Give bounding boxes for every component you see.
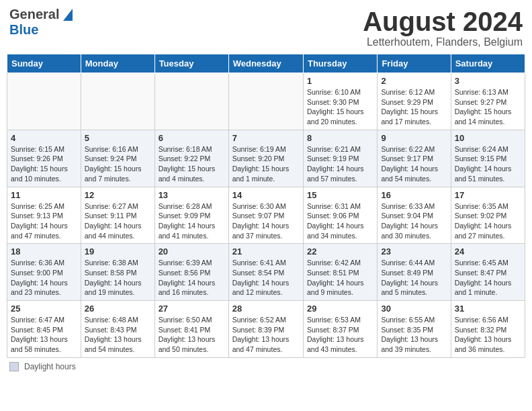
calendar-cell: 4Sunrise: 6:15 AM Sunset: 9:26 PM Daylig… — [7, 130, 81, 187]
calendar-cell: 10Sunrise: 6:24 AM Sunset: 9:15 PM Dayli… — [451, 130, 525, 187]
day-number: 12 — [85, 190, 151, 200]
calendar-cell: 21Sunrise: 6:41 AM Sunset: 8:54 PM Dayli… — [228, 244, 303, 301]
day-number: 8 — [307, 133, 373, 143]
day-number: 7 — [232, 133, 300, 143]
day-number: 30 — [381, 304, 447, 314]
calendar-cell: 27Sunrise: 6:50 AM Sunset: 8:41 PM Dayli… — [154, 301, 228, 358]
calendar-cell: 26Sunrise: 6:48 AM Sunset: 8:43 PM Dayli… — [81, 301, 154, 358]
calendar-cell: 6Sunrise: 6:18 AM Sunset: 9:22 PM Daylig… — [154, 130, 228, 187]
calendar-cell: 29Sunrise: 6:53 AM Sunset: 8:37 PM Dayli… — [303, 301, 377, 358]
calendar-cell: 8Sunrise: 6:21 AM Sunset: 9:19 PM Daylig… — [303, 130, 377, 187]
calendar-cell: 25Sunrise: 6:47 AM Sunset: 8:45 PM Dayli… — [7, 301, 81, 358]
calendar-title: August 2024 — [363, 7, 523, 36]
day-info: Sunrise: 6:21 AM Sunset: 9:19 PM Dayligh… — [307, 144, 373, 184]
day-number: 18 — [11, 246, 77, 257]
title-block: August 2024 Letterhoutem, Flanders, Belg… — [363, 7, 523, 48]
day-info: Sunrise: 6:48 AM Sunset: 8:43 PM Dayligh… — [85, 315, 151, 355]
day-number: 22 — [307, 246, 373, 257]
footer: Daylight hours — [7, 362, 525, 371]
day-info: Sunrise: 6:10 AM Sunset: 9:30 PM Dayligh… — [307, 87, 373, 127]
calendar-week-row: 11Sunrise: 6:25 AM Sunset: 9:13 PM Dayli… — [7, 187, 525, 244]
weekday-header-row: SundayMondayTuesdayWednesdayThursdayFrid… — [7, 54, 525, 73]
day-info: Sunrise: 6:19 AM Sunset: 9:20 PM Dayligh… — [232, 144, 300, 184]
day-info: Sunrise: 6:12 AM Sunset: 9:29 PM Dayligh… — [381, 87, 447, 127]
logo: General Blue — [9, 7, 73, 38]
calendar-cell: 15Sunrise: 6:31 AM Sunset: 9:06 PM Dayli… — [303, 187, 377, 244]
day-info: Sunrise: 6:24 AM Sunset: 9:15 PM Dayligh… — [455, 144, 521, 184]
day-info: Sunrise: 6:41 AM Sunset: 8:54 PM Dayligh… — [232, 258, 300, 298]
day-number: 3 — [455, 76, 521, 86]
calendar-cell: 22Sunrise: 6:42 AM Sunset: 8:51 PM Dayli… — [303, 244, 377, 301]
day-info: Sunrise: 6:15 AM Sunset: 9:26 PM Dayligh… — [11, 144, 77, 184]
day-number: 24 — [455, 246, 521, 257]
day-number: 6 — [159, 133, 225, 143]
day-number: 26 — [85, 304, 151, 314]
calendar-cell — [81, 73, 154, 130]
calendar-cell: 13Sunrise: 6:28 AM Sunset: 9:09 PM Dayli… — [154, 187, 228, 244]
calendar-cell: 16Sunrise: 6:33 AM Sunset: 9:04 PM Dayli… — [378, 187, 451, 244]
day-info: Sunrise: 6:18 AM Sunset: 9:22 PM Dayligh… — [159, 144, 225, 184]
weekday-header-tuesday: Tuesday — [154, 54, 228, 73]
calendar-week-row: 25Sunrise: 6:47 AM Sunset: 8:45 PM Dayli… — [7, 301, 525, 358]
calendar-cell: 20Sunrise: 6:39 AM Sunset: 8:56 PM Dayli… — [154, 244, 228, 301]
day-number: 2 — [381, 76, 447, 86]
calendar-cell: 11Sunrise: 6:25 AM Sunset: 9:13 PM Dayli… — [7, 187, 81, 244]
svg-marker-0 — [63, 9, 73, 21]
calendar-cell: 17Sunrise: 6:35 AM Sunset: 9:02 PM Dayli… — [451, 187, 525, 244]
day-info: Sunrise: 6:56 AM Sunset: 8:32 PM Dayligh… — [455, 315, 521, 355]
day-info: Sunrise: 6:45 AM Sunset: 8:47 PM Dayligh… — [455, 258, 521, 298]
calendar-cell: 19Sunrise: 6:38 AM Sunset: 8:58 PM Dayli… — [81, 244, 154, 301]
day-number: 14 — [232, 190, 300, 200]
day-number: 21 — [232, 246, 300, 257]
calendar-cell: 23Sunrise: 6:44 AM Sunset: 8:49 PM Dayli… — [378, 244, 451, 301]
day-number: 9 — [381, 133, 447, 143]
weekday-header-thursday: Thursday — [303, 54, 377, 73]
calendar-cell — [228, 73, 303, 130]
day-number: 27 — [159, 304, 225, 314]
weekday-header-friday: Friday — [378, 54, 451, 73]
calendar-cell: 5Sunrise: 6:16 AM Sunset: 9:24 PM Daylig… — [81, 130, 154, 187]
logo-general-text: General — [9, 7, 59, 22]
day-number: 16 — [381, 190, 447, 200]
day-number: 19 — [85, 246, 151, 257]
day-number: 5 — [85, 133, 151, 143]
weekday-header-saturday: Saturday — [451, 54, 525, 73]
logo-blue-text: Blue — [9, 22, 38, 38]
day-number: 4 — [11, 133, 77, 143]
day-info: Sunrise: 6:31 AM Sunset: 9:06 PM Dayligh… — [307, 201, 373, 241]
calendar-cell: 31Sunrise: 6:56 AM Sunset: 8:32 PM Dayli… — [451, 301, 525, 358]
calendar-cell: 2Sunrise: 6:12 AM Sunset: 9:29 PM Daylig… — [378, 73, 451, 130]
calendar-cell: 30Sunrise: 6:55 AM Sunset: 8:35 PM Dayli… — [378, 301, 451, 358]
day-number: 25 — [11, 304, 77, 314]
calendar-week-row: 4Sunrise: 6:15 AM Sunset: 9:26 PM Daylig… — [7, 130, 525, 187]
calendar-cell: 12Sunrise: 6:27 AM Sunset: 9:11 PM Dayli… — [81, 187, 154, 244]
weekday-header-monday: Monday — [81, 54, 154, 73]
day-number: 28 — [232, 304, 300, 314]
day-info: Sunrise: 6:13 AM Sunset: 9:27 PM Dayligh… — [455, 87, 521, 127]
day-info: Sunrise: 6:27 AM Sunset: 9:11 PM Dayligh… — [85, 201, 151, 241]
calendar-cell: 14Sunrise: 6:30 AM Sunset: 9:07 PM Dayli… — [228, 187, 303, 244]
day-info: Sunrise: 6:38 AM Sunset: 8:58 PM Dayligh… — [85, 258, 151, 298]
calendar-week-row: 18Sunrise: 6:36 AM Sunset: 9:00 PM Dayli… — [7, 244, 525, 301]
calendar-week-row: 1Sunrise: 6:10 AM Sunset: 9:30 PM Daylig… — [7, 73, 525, 130]
day-info: Sunrise: 6:50 AM Sunset: 8:41 PM Dayligh… — [159, 315, 225, 355]
day-number: 20 — [159, 246, 225, 257]
day-number: 1 — [307, 76, 373, 86]
day-info: Sunrise: 6:52 AM Sunset: 8:39 PM Dayligh… — [232, 315, 300, 355]
calendar-cell: 1Sunrise: 6:10 AM Sunset: 9:30 PM Daylig… — [303, 73, 377, 130]
calendar-cell: 7Sunrise: 6:19 AM Sunset: 9:20 PM Daylig… — [228, 130, 303, 187]
day-info: Sunrise: 6:42 AM Sunset: 8:51 PM Dayligh… — [307, 258, 373, 298]
day-number: 10 — [455, 133, 521, 143]
day-number: 17 — [455, 190, 521, 200]
day-info: Sunrise: 6:22 AM Sunset: 9:17 PM Dayligh… — [381, 144, 447, 184]
day-info: Sunrise: 6:55 AM Sunset: 8:35 PM Dayligh… — [381, 315, 447, 355]
calendar-cell: 3Sunrise: 6:13 AM Sunset: 9:27 PM Daylig… — [451, 73, 525, 130]
calendar-table: SundayMondayTuesdayWednesdayThursdayFrid… — [7, 54, 525, 358]
day-number: 23 — [381, 246, 447, 257]
calendar-cell: 18Sunrise: 6:36 AM Sunset: 9:00 PM Dayli… — [7, 244, 81, 301]
day-number: 29 — [307, 304, 373, 314]
calendar-cell — [7, 73, 81, 130]
weekday-header-sunday: Sunday — [7, 54, 81, 73]
day-info: Sunrise: 6:44 AM Sunset: 8:49 PM Dayligh… — [381, 258, 447, 298]
day-info: Sunrise: 6:35 AM Sunset: 9:02 PM Dayligh… — [455, 201, 521, 241]
